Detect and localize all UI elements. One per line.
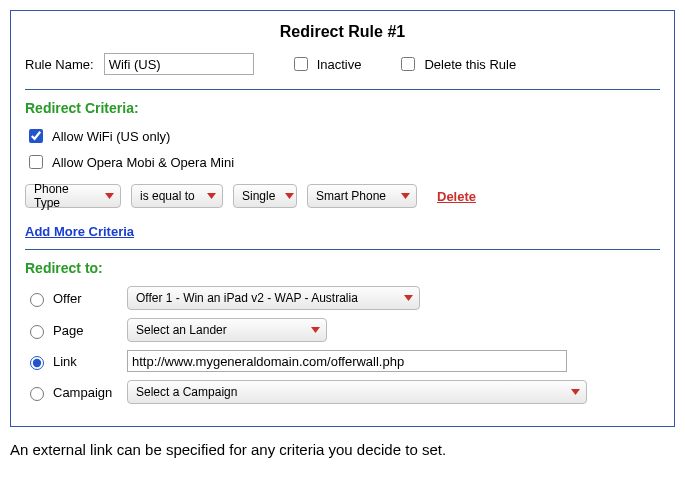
match-mode-dropdown[interactable]: Single xyxy=(233,184,297,208)
campaign-dropdown-value: Select a Campaign xyxy=(136,385,237,399)
allow-wifi-row: Allow WiFi (US only) xyxy=(25,126,660,146)
chevron-down-icon xyxy=(404,295,413,301)
add-more-criteria-link[interactable]: Add More Criteria xyxy=(25,224,134,239)
offer-row: Offer Offer 1 - Win an iPad v2 - WAP - A… xyxy=(25,286,660,310)
inactive-checkbox[interactable] xyxy=(294,57,308,71)
operator-value: is equal to xyxy=(140,189,195,203)
campaign-dropdown[interactable]: Select a Campaign xyxy=(127,380,587,404)
inactive-label: Inactive xyxy=(317,57,362,72)
divider xyxy=(25,249,660,250)
rule-name-input[interactable] xyxy=(104,53,254,75)
allow-wifi-checkbox[interactable] xyxy=(29,129,43,143)
page-radio[interactable] xyxy=(30,325,44,339)
rule-name-label: Rule Name: xyxy=(25,57,94,72)
rule-name-row: Rule Name: Inactive Delete this Rule xyxy=(25,49,660,85)
svg-marker-4 xyxy=(404,295,413,301)
criteria-dropdown-row: Phone Type is equal to Single Smart Phon… xyxy=(25,184,660,208)
link-url-input[interactable] xyxy=(127,350,567,372)
link-row: Link xyxy=(25,350,660,372)
campaign-radio[interactable] xyxy=(30,387,44,401)
offer-radio-wrap[interactable]: Offer xyxy=(25,290,117,307)
chevron-down-icon xyxy=(311,327,320,333)
chevron-down-icon xyxy=(285,193,294,199)
value-dropdown-value: Smart Phone xyxy=(316,189,386,203)
delete-rule-label: Delete this Rule xyxy=(424,57,516,72)
svg-marker-1 xyxy=(207,193,216,199)
offer-dropdown[interactable]: Offer 1 - Win an iPad v2 - WAP - Austral… xyxy=(127,286,420,310)
value-dropdown[interactable]: Smart Phone xyxy=(307,184,417,208)
divider xyxy=(25,89,660,90)
svg-marker-5 xyxy=(311,327,320,333)
page-radio-wrap[interactable]: Page xyxy=(25,322,117,339)
campaign-radio-wrap[interactable]: Campaign xyxy=(25,384,117,401)
chevron-down-icon xyxy=(105,193,114,199)
delete-rule-checkbox-wrap[interactable]: Delete this Rule xyxy=(397,54,516,74)
inactive-checkbox-wrap[interactable]: Inactive xyxy=(290,54,362,74)
offer-radio[interactable] xyxy=(30,293,44,307)
page-label: Page xyxy=(53,323,83,338)
chevron-down-icon xyxy=(571,389,580,395)
svg-marker-6 xyxy=(571,389,580,395)
operator-dropdown[interactable]: is equal to xyxy=(131,184,223,208)
chevron-down-icon xyxy=(401,193,410,199)
svg-marker-3 xyxy=(401,193,410,199)
campaign-row: Campaign Select a Campaign xyxy=(25,380,660,404)
criteria-heading: Redirect Criteria: xyxy=(25,100,660,116)
chevron-down-icon xyxy=(207,193,216,199)
redirect-to-heading: Redirect to: xyxy=(25,260,660,276)
redirect-rule-panel: Redirect Rule #1 Rule Name: Inactive Del… xyxy=(10,10,675,427)
allow-wifi-label: Allow WiFi (US only) xyxy=(52,129,170,144)
svg-marker-0 xyxy=(105,193,114,199)
page-dropdown-value: Select an Lander xyxy=(136,323,227,337)
offer-label: Offer xyxy=(53,291,82,306)
match-mode-value: Single xyxy=(242,189,275,203)
link-radio-wrap[interactable]: Link xyxy=(25,353,117,370)
allow-opera-checkbox[interactable] xyxy=(29,155,43,169)
panel-title: Redirect Rule #1 xyxy=(25,23,660,41)
allow-opera-label: Allow Opera Mobi & Opera Mini xyxy=(52,155,234,170)
link-radio[interactable] xyxy=(30,356,44,370)
phone-type-dropdown[interactable]: Phone Type xyxy=(25,184,121,208)
page-dropdown[interactable]: Select an Lander xyxy=(127,318,327,342)
delete-criteria-link[interactable]: Delete xyxy=(437,189,476,204)
campaign-label: Campaign xyxy=(53,385,112,400)
allow-opera-row: Allow Opera Mobi & Opera Mini xyxy=(25,152,660,172)
link-label: Link xyxy=(53,354,77,369)
page-row: Page Select an Lander xyxy=(25,318,660,342)
phone-type-value: Phone Type xyxy=(34,182,95,210)
caption-text: An external link can be specified for an… xyxy=(10,441,675,458)
svg-marker-2 xyxy=(285,193,294,199)
delete-rule-checkbox[interactable] xyxy=(401,57,415,71)
offer-dropdown-value: Offer 1 - Win an iPad v2 - WAP - Austral… xyxy=(136,291,358,305)
